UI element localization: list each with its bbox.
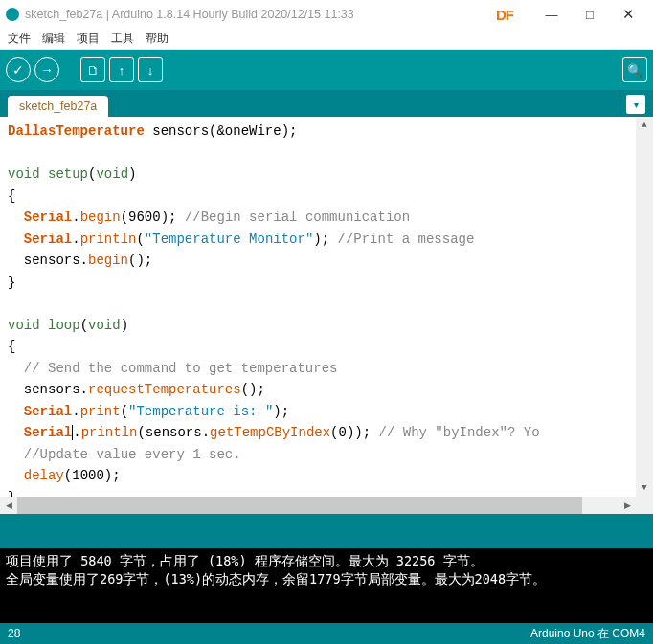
status-line-number: 28 <box>8 627 20 640</box>
editor-horizontal-scrollbar[interactable]: ◀ ▶ <box>0 497 636 514</box>
menu-sketch[interactable]: 项目 <box>73 29 103 49</box>
menu-file[interactable]: 文件 <box>4 29 34 49</box>
save-button[interactable]: ↓ <box>138 57 163 82</box>
console-line-1: 项目使用了 5840 字节，占用了 (18%) 程序存储空间。最大为 32256… <box>6 553 484 568</box>
app-icon <box>6 8 19 21</box>
code-editor[interactable]: DallasTemperature sensors(&oneWire); voi… <box>0 117 653 497</box>
editor-area: DallasTemperature sensors(&oneWire); voi… <box>0 117 653 514</box>
editor-vertical-scrollbar[interactable]: ▲ ▼ <box>636 117 653 497</box>
toolbar: ✓ → 🗋 ↑ ↓ 🔍 <box>0 50 653 90</box>
output-console[interactable]: 项目使用了 5840 字节，占用了 (18%) 程序存储空间。最大为 32256… <box>0 548 653 623</box>
upload-button[interactable]: → <box>34 57 59 82</box>
df-overlay-label: DF <box>496 7 513 23</box>
scroll-right-icon[interactable]: ▶ <box>619 497 636 514</box>
scroll-left-icon[interactable]: ◀ <box>0 497 17 514</box>
tab-bar: sketch_feb27a ▾ <box>0 90 653 117</box>
tab-dropdown-button[interactable]: ▾ <box>626 95 645 114</box>
scroll-up-icon[interactable]: ▲ <box>636 117 653 134</box>
window-title: sketch_feb27a | Arduino 1.8.14 Hourly Bu… <box>25 8 354 21</box>
console-divider[interactable] <box>0 514 653 548</box>
menu-bar: 文件 编辑 项目 工具 帮助 <box>0 29 653 50</box>
close-button[interactable]: ✕ <box>609 6 647 23</box>
serial-monitor-button[interactable]: 🔍 <box>622 57 647 82</box>
verify-button[interactable]: ✓ <box>6 57 31 82</box>
new-button[interactable]: 🗋 <box>80 57 105 82</box>
editor-horizontal-scrollbar-row: ◀ ▶ <box>0 497 653 514</box>
scroll-thumb[interactable] <box>17 497 582 514</box>
maximize-button[interactable]: □ <box>571 8 609 22</box>
menu-help[interactable]: 帮助 <box>142 29 172 49</box>
sketch-tab[interactable]: sketch_feb27a <box>8 96 108 117</box>
console-line-2: 全局变量使用了269字节，(13%)的动态内存，余留1779字节局部变量。最大为… <box>6 571 546 587</box>
menu-edit[interactable]: 编辑 <box>38 29 69 49</box>
title-bar: sketch_feb27a | Arduino 1.8.14 Hourly Bu… <box>0 0 653 29</box>
sketch-tab-label: sketch_feb27a <box>19 100 97 113</box>
minimize-button[interactable]: — <box>532 8 571 22</box>
status-bar: 28 Arduino Uno 在 COM4 <box>0 623 653 644</box>
status-board-port: Arduino Uno 在 COM4 <box>530 626 645 642</box>
menu-tools[interactable]: 工具 <box>107 29 138 49</box>
scroll-down-icon[interactable]: ▼ <box>636 479 653 497</box>
scroll-corner <box>636 497 653 514</box>
open-button[interactable]: ↑ <box>109 57 134 82</box>
